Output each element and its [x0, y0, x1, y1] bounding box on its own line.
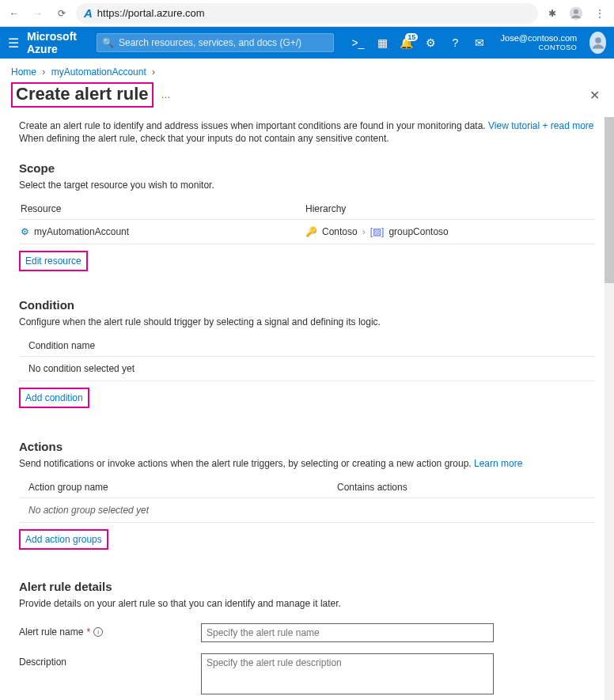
details-desc: Provide details on your alert rule so th… — [19, 598, 595, 609]
col-condition-name: Condition name — [21, 340, 305, 351]
scope-desc: Select the target resource you wish to m… — [19, 180, 595, 191]
help-icon[interactable]: ? — [447, 36, 464, 49]
key-icon: 🔑 — [305, 226, 317, 237]
avatar[interactable] — [589, 32, 606, 54]
svg-point-2 — [595, 37, 601, 44]
forward-icon[interactable]: → — [28, 4, 47, 23]
add-action-groups-link[interactable]: Add action groups — [19, 529, 108, 550]
chevron-right-icon: › — [42, 66, 45, 78]
hierarchy-top: Contoso — [322, 226, 358, 237]
alert-name-label: Alert rule name — [19, 626, 83, 638]
global-search[interactable]: 🔍 Search resources, services, and docs (… — [97, 33, 334, 52]
brand-label[interactable]: Microsoft Azure — [27, 30, 89, 55]
breadcrumb-home[interactable]: Home — [11, 66, 36, 78]
browser-profile-icon[interactable] — [567, 4, 586, 23]
hamburger-icon[interactable]: ☰ — [8, 36, 19, 51]
close-icon[interactable]: ✕ — [589, 88, 603, 103]
col-resource: Resource — [21, 203, 305, 214]
description-label: Description — [19, 656, 66, 668]
edit-resource-link[interactable]: Edit resource — [19, 251, 88, 271]
automation-icon: ⚙ — [21, 226, 29, 237]
intro-text: Create an alert rule to identify and add… — [19, 120, 595, 131]
description-input[interactable] — [201, 653, 494, 694]
more-icon[interactable]: … — [161, 89, 171, 100]
add-condition-link[interactable]: Add condition — [19, 388, 89, 408]
scrollbar-thumb[interactable] — [605, 117, 614, 283]
col-hierarchy: Hierarchy — [305, 203, 593, 214]
actions-empty: No action group selected yet — [21, 505, 305, 516]
user-email: Jose@contoso.com — [501, 33, 578, 43]
directories-icon[interactable]: ▦ — [374, 36, 391, 49]
notification-badge: 15 — [405, 33, 418, 41]
actions-desc: Send notifications or invoke actions whe… — [19, 458, 595, 469]
col-action-group: Action group name — [21, 482, 337, 493]
scope-table-head: Resource Hierarchy — [19, 199, 595, 220]
url-text: https://portal.azure.com — [97, 7, 205, 19]
notifications-icon[interactable]: 🔔15 — [399, 36, 415, 49]
browser-menu-icon[interactable]: ⋮ — [590, 4, 609, 23]
condition-table-head: Condition name — [19, 335, 595, 357]
breadcrumb: Home › myAutomationAccount › — [0, 59, 614, 81]
condition-heading: Condition — [19, 298, 595, 312]
scope-heading: Scope — [19, 161, 595, 175]
actions-table-head: Action group name Contains actions — [19, 477, 595, 498]
actions-heading: Actions — [19, 440, 595, 453]
browser-chrome: ← → ⟳ A https://portal.azure.com ✱ ⋮ — [0, 0, 614, 27]
settings-icon[interactable]: ⚙ — [423, 36, 439, 49]
scope-table-row: ⚙ myAutomationAccount 🔑 Contoso › [▨] gr… — [19, 220, 595, 244]
svg-point-1 — [574, 9, 578, 13]
col-contains-actions: Contains actions — [337, 482, 593, 493]
breadcrumb-account[interactable]: myAutomationAccount — [51, 66, 146, 78]
main-content: Create an alert rule to identify and add… — [0, 117, 614, 700]
cloud-shell-icon[interactable]: >_ — [350, 36, 366, 49]
form-row-name: Alert rule name * i — [19, 623, 595, 642]
actions-table-row: No action group selected yet — [19, 498, 595, 523]
url-bar[interactable]: A https://portal.azure.com — [76, 3, 538, 24]
search-placeholder: Search resources, services, and docs (G+… — [119, 37, 301, 48]
condition-table-row: No condition selected yet — [19, 357, 595, 381]
user-org: CONTOSO — [501, 43, 578, 52]
resource-group-icon: [▨] — [370, 226, 385, 237]
condition-desc: Configure when the alert rule should tri… — [19, 316, 595, 327]
info-icon[interactable]: i — [93, 627, 103, 637]
azure-favicon-icon: A — [84, 6, 93, 20]
account-block[interactable]: Jose@contoso.com CONTOSO — [501, 33, 578, 52]
page-title: Create alert rule — [16, 84, 149, 104]
title-row: Create alert rule … ✕ — [0, 81, 614, 117]
hierarchy-group: groupContoso — [388, 226, 448, 237]
search-icon: 🔍 — [102, 37, 114, 48]
resource-name: myAutomationAccount — [34, 226, 129, 237]
azure-header: ☰ Microsoft Azure 🔍 Search resources, se… — [0, 27, 614, 59]
feedback-icon[interactable]: ✉ — [472, 36, 488, 49]
learn-more-link[interactable]: Learn more — [474, 458, 522, 469]
reload-icon[interactable]: ⟳ — [52, 4, 71, 23]
alert-name-input[interactable] — [201, 623, 494, 642]
extensions-icon[interactable]: ✱ — [543, 4, 562, 23]
back-icon[interactable]: ← — [5, 4, 24, 23]
details-heading: Alert rule details — [19, 580, 595, 593]
condition-empty: No condition selected yet — [21, 363, 305, 374]
chevron-right-icon: › — [152, 66, 155, 78]
intro-text-2: When defining the alert rule, check that… — [19, 133, 595, 144]
chevron-right-icon: › — [362, 226, 366, 237]
tutorial-link[interactable]: View tutorial + read more — [488, 120, 594, 131]
required-asterisk: * — [86, 626, 90, 638]
form-row-description: Description — [19, 653, 595, 694]
page-title-highlight: Create alert rule — [11, 82, 154, 108]
